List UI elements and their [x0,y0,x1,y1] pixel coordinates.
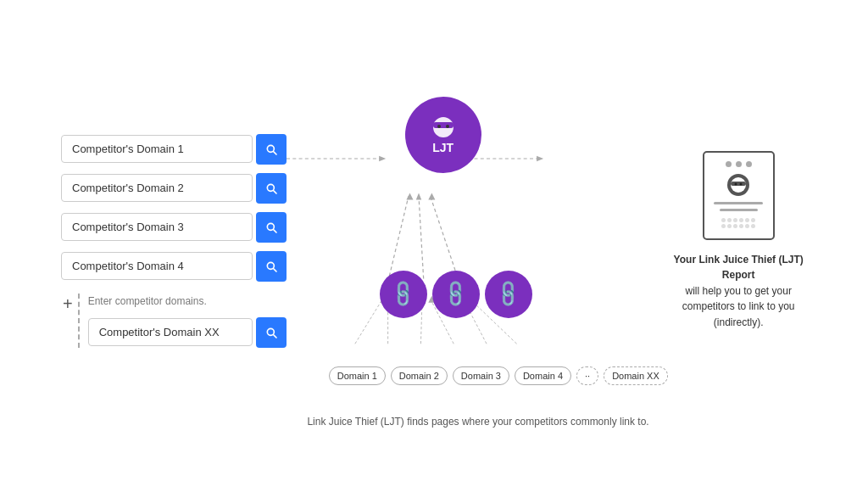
diagram-area: LJT 🔗 🔗 🔗 Domain 1 Domain 2 Domain 3 Dom… [287,46,670,436]
svg-marker-9 [428,193,435,199]
enter-competitor-text: Enter competitor domains. [88,295,287,307]
search-button-1[interactable] [256,134,287,165]
sub-circle-left: 🔗 [380,271,427,318]
report-title: Your Link Juice Thief (LJT) Report [674,254,804,282]
main-container: + Enter competitor domains. [27,20,841,461]
search-button-3[interactable] [256,212,287,243]
search-icon-2 [264,182,278,195]
search-button-4[interactable] [256,251,287,282]
domain-input-1[interactable] [61,135,253,163]
plus-icon: + [63,295,73,312]
input-row-xx [88,317,287,348]
svg-marker-5 [406,193,413,199]
input-row-2 [61,173,287,204]
search-button-xx[interactable] [256,317,287,348]
svg-point-25 [446,125,449,128]
domain-input-2[interactable] [61,174,253,202]
right-panel: Your Link Juice Thief (LJT) Report will … [670,151,807,331]
ljt-circle: LJT [405,97,481,173]
svg-point-28 [735,182,737,185]
search-button-2[interactable] [256,173,287,204]
search-icon-1 [264,143,278,156]
svg-line-6 [419,196,424,278]
link-icon-left: 🔗 [387,278,419,310]
svg-point-24 [437,125,441,128]
domain-badge-2: Domain 2 [391,366,448,385]
sub-circle-middle: 🔗 [432,271,480,318]
search-icon-xx [264,326,278,339]
caption-text: Link Juice Thief (LJT) finds pages where… [287,416,670,428]
domain-badge-dots: ·· [576,366,598,385]
input-row-1 [61,134,287,165]
svg-marker-1 [379,155,386,160]
report-description: Your Link Juice Thief (LJT) Report will … [670,252,807,331]
svg-point-29 [740,182,743,185]
domain-badge-xx: Domain XX [604,366,668,385]
search-icon-3 [264,221,278,234]
report-document-icon [703,151,775,240]
link-icon-right: 🔗 [492,278,524,310]
svg-line-8 [430,196,459,282]
svg-marker-3 [537,155,543,160]
svg-marker-7 [415,193,420,199]
report-desc: will help you to get your competitors to… [682,285,795,328]
ljt-label: LJT [432,141,453,154]
svg-line-10 [355,299,382,344]
add-section: + Enter competitor domains. [61,294,287,348]
dashed-section: Enter competitor domains. [78,294,287,348]
domain-badge-3: Domain 3 [453,366,509,385]
search-icon-4 [264,260,278,273]
domain-input-xx[interactable] [88,318,253,346]
domain-badge-4: Domain 4 [515,366,571,385]
input-row-4 [61,251,287,282]
domain-input-3[interactable] [61,213,253,241]
svg-rect-23 [433,122,453,128]
domain-badge-1: Domain 1 [329,366,386,385]
left-panel: + Enter competitor domains. [61,134,287,348]
ninja-icon [430,115,457,139]
domain-input-4[interactable] [61,252,253,280]
input-row-3 [61,212,287,243]
svg-line-4 [387,196,408,282]
svg-rect-27 [731,182,746,186]
sub-circle-right: 🔗 [485,271,532,318]
domain-badges-row: Domain 1 Domain 2 Domain 3 Domain 4 ·· D… [329,366,668,385]
link-icon-middle: 🔗 [440,278,471,310]
